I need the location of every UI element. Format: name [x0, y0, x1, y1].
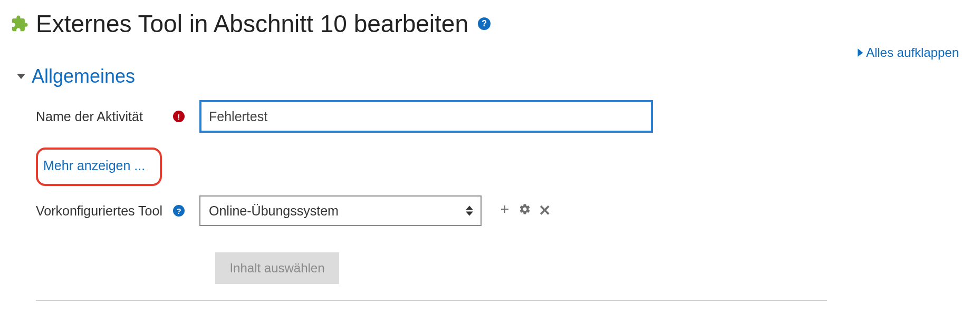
select-content-button: Inhalt auswählen	[215, 252, 339, 284]
show-more-link[interactable]: Mehr anzeigen ...	[43, 158, 145, 173]
puzzle-icon	[11, 15, 28, 33]
select-value: Online-Übungssystem	[209, 203, 339, 219]
label-activity-name: Name der Aktivität	[36, 109, 143, 124]
row-select-content: Inhalt auswählen	[11, 241, 969, 284]
section-header-general[interactable]: Allgemeines	[17, 65, 969, 87]
label-col-tool: Vorkonfiguriertes Tool ?	[36, 203, 189, 219]
page-header: Externes Tool in Abschnitt 10 bearbeiten…	[11, 9, 969, 38]
select-arrows-icon	[466, 206, 473, 216]
row-show-more: Mehr anzeigen ...	[36, 148, 969, 186]
row-preconfigured-tool: Vorkonfiguriertes Tool ? Online-Übungssy…	[36, 195, 969, 226]
required-icon: !	[173, 111, 185, 122]
close-icon[interactable]: ✕	[539, 203, 551, 218]
help-icon-tool[interactable]: ?	[173, 205, 185, 217]
show-more-highlight: Mehr anzeigen ...	[36, 148, 162, 186]
add-tool-icon[interactable]	[498, 202, 511, 219]
gear-icon[interactable]	[518, 202, 531, 219]
activity-name-input[interactable]	[199, 100, 653, 133]
expand-all-label: Alles aufklappen	[866, 45, 959, 60]
help-icon[interactable]: ?	[478, 17, 491, 30]
section-title: Allgemeines	[32, 65, 135, 87]
row-activity-name: Name der Aktivität !	[36, 100, 969, 133]
expand-all-wrap: Alles aufklappen	[11, 45, 959, 60]
label-col-activity: Name der Aktivität !	[36, 109, 189, 124]
tool-actions: ✕	[498, 202, 551, 219]
label-preconfigured-tool: Vorkonfiguriertes Tool	[36, 203, 162, 219]
section-divider	[36, 300, 827, 301]
caret-down-icon	[17, 74, 25, 79]
preconfigured-tool-select[interactable]: Online-Übungssystem	[199, 195, 482, 226]
expand-all-link[interactable]: Alles aufklappen	[858, 45, 959, 60]
page-title: Externes Tool in Abschnitt 10 bearbeiten	[36, 9, 468, 38]
caret-right-icon	[858, 48, 863, 57]
